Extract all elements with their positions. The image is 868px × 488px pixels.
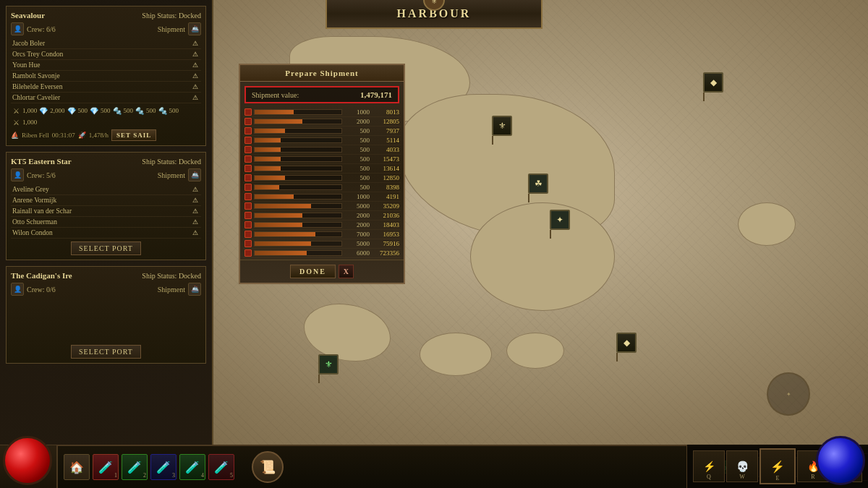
cargo-list-item[interactable]: 2000 12805 [243,117,401,127]
cargo-list-item[interactable]: 5000 35209 [243,202,401,211]
cargo-list-item[interactable]: 1000 8013 [243,108,401,117]
cargo-list-item[interactable]: 500 4033 [243,145,401,155]
cargo-list-item[interactable]: 500 8398 [243,183,401,192]
cargo-amount: 5000 [344,202,370,210]
cargo-value: 4033 [372,146,399,153]
cargo-amount: 1000 [344,108,370,116]
map-marker-6[interactable]: ◆ [616,333,637,361]
cargo-bar-fill [255,204,311,208]
crew-member: Chlortar Cavelier ⚠ [11,93,201,103]
crew-member: Anrene Vormijk ⚠ [11,195,201,206]
map-marker-4[interactable]: ◆ [703,72,723,101]
cargo-amount: 2000 [344,118,370,125]
dialog-header: Prepare Shipment [240,65,404,82]
shipment-value-amount: 1,479,171 [360,90,392,99]
shipment-value-label: Shipment value: [252,91,299,99]
cargo-list-item[interactable]: 500 15473 [243,155,401,164]
bottom-bar: ≡ Menu 🏠 🧪 1 🧪 2 🧪 3 🧪 4 🧪 5 📜 [0,445,868,488]
ship-status-3: Ship Status: Docked [142,272,201,280]
cargo-amount: 7000 [344,231,370,238]
cargo-list-item[interactable]: 6000 723356 [243,249,401,258]
cargo-amount: 2000 [344,212,370,219]
cargo-list-item[interactable]: 2000 18403 [243,221,401,230]
cargo-item-icon [244,174,252,181]
crew-count-2: Crew: 5/6 [27,171,56,179]
character-icon[interactable]: 🏠 [64,454,90,480]
done-button[interactable]: DONE [290,265,336,278]
cargo-bar-fill [255,213,302,218]
cargo-value: 4191 [372,193,399,200]
sail-time-1: 00:31:07 [52,132,75,139]
cargo-list-item[interactable]: 2000 21036 [243,211,401,221]
cargo-value: 35209 [372,202,399,210]
crew-member: Otto Schuerman ⚠ [11,217,201,228]
cargo-bar-fill [255,251,307,255]
crew-count-1: Crew: 6/6 [27,25,56,33]
cargo-bar-fill [255,147,281,152]
cargo-value: 13614 [372,165,399,172]
shipment-label-2: Shipment [158,171,185,179]
map-marker-5[interactable]: ⚜ [318,354,339,383]
hotkey-e[interactable]: ⚡ E [760,448,796,484]
cargo-bar [254,109,342,115]
cargo-item-icon [244,202,252,210]
close-dialog-button[interactable]: X [339,265,354,278]
crew-member: Aveline Grey ⚠ [11,184,201,195]
select-port-button-2[interactable]: SELECT PORT [71,241,141,255]
cargo-value: 15473 [372,155,399,163]
crew-member: Jacob Boler ⚠ [11,38,201,49]
hotkey-q[interactable]: ⚡ Q [693,450,725,482]
shipment-icon-2[interactable]: 🚢 [188,168,201,181]
cargo-bar [254,166,342,171]
cargo-item-icon [244,184,252,191]
cargo-value: 75916 [372,240,399,247]
cargo-value: 7937 [372,127,399,134]
cargo-value: 16953 [372,231,399,238]
cargo-list-item[interactable]: 7000 16953 [243,230,401,239]
cargo-list-item[interactable]: 500 12850 [243,174,401,183]
header-bar: ⚜ HARBOUR [326,0,542,29]
dialog-title: Prepare Shipment [246,69,398,77]
crew-count-3: Crew: 0/6 [27,286,56,294]
crew-member: Wilon Condon ⚠ [11,228,201,239]
mana-orb [816,436,865,485]
map-marker-3[interactable]: ✦ [550,210,570,239]
cargo-bar-fill [255,232,315,236]
cargo-bar-fill [255,119,302,124]
shipment-icon-3[interactable]: 🚢 [188,283,201,296]
set-sail-button-1[interactable]: SET SAIL [111,129,156,141]
cargo-amount: 500 [344,137,370,144]
shipment-icon-1[interactable]: 🚢 [188,22,201,35]
crew-member: Rainall van der Schar ⚠ [11,206,201,217]
hotkey-w[interactable]: 💀 W [726,450,758,482]
cargo-bar-fill [255,176,285,180]
cargo-value: 12850 [372,174,399,181]
cargo-list-item[interactable]: 500 13614 [243,164,401,174]
cargo-item-icon [244,221,252,228]
cargo-bar [254,119,342,124]
cargo-bar [254,128,342,134]
cargo-list-item[interactable]: 1000 4191 [243,192,401,202]
cargo-amount: 6000 [344,249,370,257]
cargo-value: 18403 [372,221,399,228]
map-marker-1[interactable]: ⚜ [492,116,512,145]
cargo-bar [254,222,342,228]
cargo-bar-fill [255,110,294,114]
cargo-list-item[interactable]: 5000 75916 [243,239,401,249]
cargo-bar [254,203,342,209]
scroll-icon[interactable]: 📜 [252,451,284,483]
cargo-list-item[interactable]: 500 5114 [243,136,401,145]
cargo-value: 8013 [372,108,399,116]
cargo-item-icon [244,155,252,163]
cargo-amount: 1000 [344,193,370,200]
health-orb [3,436,52,485]
map-marker-2[interactable]: ☘ [528,174,548,202]
cargo-bar [254,250,342,256]
cargo-bar-fill [255,185,279,189]
cargo-item-icon [244,165,252,172]
select-port-button-3[interactable]: SELECT PORT [71,345,141,359]
shipment-label-3: Shipment [158,286,185,294]
crew-member: Orcs Trey Condon ⚠ [11,49,201,60]
cargo-list-item[interactable]: 500 7937 [243,127,401,136]
cargo-item-icon [244,249,252,257]
